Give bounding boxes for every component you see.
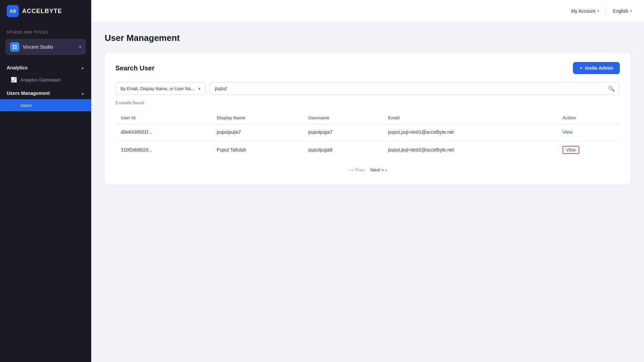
svg-rect-0 [13, 45, 14, 47]
invite-admin-button[interactable]: + Invite Admin [573, 62, 620, 74]
filter-chevron-icon: ▾ [198, 86, 201, 91]
language-selector-button[interactable]: English ▾ [609, 6, 636, 16]
table-row: 31bf2eb862d... Puput Tallulah puputpujia… [115, 140, 620, 160]
svg-rect-1 [15, 45, 17, 47]
cell-email-1: puput.puji+test1@accelbyte.net [383, 124, 557, 140]
col-email: Email [383, 112, 557, 124]
search-card: Search User + Invite Admin By Email, Dis… [105, 53, 631, 185]
search-icon: 🔍 [608, 85, 615, 92]
studio-selector[interactable]: Vincent Studio ▾ [5, 39, 86, 55]
nav-group-analytics: Analytics ▲ 📈 Analytics Dashboard [0, 62, 91, 86]
prev-icon: ‹ [348, 167, 350, 173]
svg-rect-2 [13, 47, 14, 49]
studio-chevron-icon: ▾ [79, 45, 81, 49]
cell-username-2: puputpujia8 [303, 140, 383, 160]
studio-icon [10, 42, 19, 52]
col-user-id: User Id [115, 112, 211, 124]
studio-section-label: STUDIO AND TITLES [0, 27, 91, 36]
cell-user-id-2: 31bf2eb862d... [115, 140, 211, 160]
col-username: Username [303, 112, 383, 124]
sidebar: STUDIO AND TITLES Vincent Studio ▾ Analy… [0, 22, 91, 362]
analytics-chevron-icon: ▲ [81, 66, 85, 70]
main-layout: STUDIO AND TITLES Vincent Studio ▾ Analy… [0, 22, 644, 362]
trending-up-icon: 📈 [11, 77, 17, 83]
cell-action-2: View [557, 140, 620, 160]
results-count: 2 results found. [115, 100, 620, 105]
view-button-1[interactable]: View [562, 129, 573, 135]
sidebar-item-users[interactable]: 👤 Users [0, 99, 91, 111]
svg-rect-3 [15, 47, 17, 49]
prev-button[interactable]: ‹ < Prev [348, 167, 365, 173]
search-row: By Email, Display Name, or User Na... ▾ … [115, 82, 620, 95]
sidebar-logo: A8 ACCELBYTE [0, 0, 91, 22]
col-action: Action [557, 112, 620, 124]
cell-username-1: puputpujia7 [303, 124, 383, 140]
nav-group-users-management: Users Management ▲ 👤 Users [0, 87, 91, 111]
table-head: User Id Display Name Username Email Acti… [115, 112, 620, 124]
search-card-title: Search User [115, 64, 155, 72]
cell-display-name-1: puputpujia7 [211, 124, 303, 140]
header-right: My Account ▾ English ▾ [567, 6, 636, 16]
users-management-chevron-icon: ▲ [81, 91, 85, 95]
page-title: User Management [105, 33, 631, 43]
search-input[interactable] [215, 82, 608, 95]
table-body: d0e6438501f... puputpujia7 puputpujia7 p… [115, 124, 620, 160]
my-account-chevron-icon: ▾ [597, 9, 599, 13]
users-management-group-header[interactable]: Users Management ▲ [0, 87, 91, 99]
search-card-header: Search User + Invite Admin [115, 62, 620, 74]
my-account-button[interactable]: My Account ▾ [567, 6, 603, 16]
cell-email-2: puput.puji+test2@accelbyte.net [383, 140, 557, 160]
view-button-2[interactable]: View [562, 146, 579, 154]
user-icon: 👤 [11, 102, 17, 108]
search-filter-dropdown[interactable]: By Email, Display Name, or User Na... ▾ [115, 82, 206, 95]
logo-text: ACCELBYTE [22, 8, 62, 15]
plus-icon: + [580, 65, 582, 71]
logo-icon: A8 [7, 5, 19, 17]
table-header-row: User Id Display Name Username Email Acti… [115, 112, 620, 124]
content-area: User Management Search User + Invite Adm… [91, 22, 644, 362]
cell-user-id-1: d0e6438501f... [115, 124, 211, 140]
col-display-name: Display Name [211, 112, 303, 124]
pagination: ‹ < Prev Next > › [115, 167, 620, 173]
next-icon: › [385, 167, 387, 173]
user-table: User Id Display Name Username Email Acti… [115, 112, 620, 159]
next-button[interactable]: Next > › [370, 167, 387, 173]
studio-name: Vincent Studio [23, 44, 76, 50]
language-chevron-icon: ▾ [630, 9, 632, 13]
cell-action-1: View [557, 124, 620, 140]
search-input-wrap: 🔍 [210, 82, 620, 95]
sidebar-item-analytics-dashboard[interactable]: 📈 Analytics Dashboard [0, 74, 91, 86]
header-divider [606, 6, 606, 16]
cell-display-name-2: Puput Tallulah [211, 140, 303, 160]
analytics-group-header[interactable]: Analytics ▲ [0, 62, 91, 74]
table-row: d0e6438501f... puputpujia7 puputpujia7 p… [115, 124, 620, 140]
